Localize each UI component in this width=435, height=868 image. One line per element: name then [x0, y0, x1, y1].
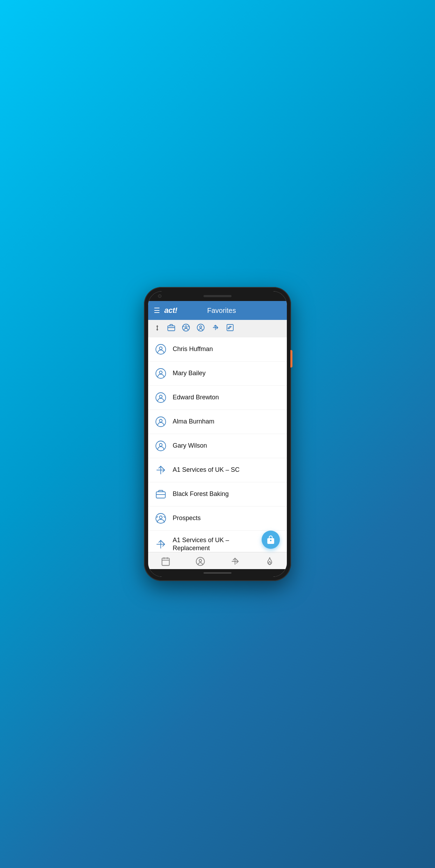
- briefcase-icon: [154, 488, 167, 500]
- calendar-nav-item[interactable]: [161, 556, 171, 566]
- item-label: Edward Brewton: [173, 393, 219, 401]
- svg-point-15: [159, 395, 162, 398]
- list-item[interactable]: Alma Burnham: [148, 410, 287, 434]
- opportunities-icon: [154, 538, 167, 551]
- group-filter-icon[interactable]: [182, 323, 190, 334]
- contact-icon: [154, 415, 167, 428]
- lock-fab-button[interactable]: [262, 531, 280, 549]
- svg-point-11: [159, 347, 162, 350]
- opportunities-nav-item[interactable]: [230, 556, 240, 566]
- list-item[interactable]: Edward Brewton: [148, 386, 287, 410]
- contact-icon: [154, 367, 167, 380]
- item-label: A1 Services of UK – SC: [173, 466, 240, 474]
- item-label: Chris Huffman: [173, 345, 213, 353]
- item-label: Gary Wilson: [173, 442, 207, 450]
- page-title: Favorites: [183, 307, 281, 315]
- contact-icon: [154, 391, 167, 404]
- opportunities-filter-icon[interactable]: [211, 323, 220, 334]
- svg-point-19: [159, 443, 162, 446]
- list-item[interactable]: Prospects: [148, 506, 287, 531]
- sort-icon[interactable]: [154, 324, 161, 333]
- group-icon: [154, 512, 167, 525]
- item-label: Alma Burnham: [173, 418, 214, 426]
- svg-point-5: [197, 324, 204, 331]
- svg-point-32: [196, 557, 204, 565]
- list-item[interactable]: Black Forest Baking: [148, 482, 287, 506]
- side-button: [290, 350, 292, 368]
- svg-point-17: [159, 419, 162, 422]
- svg-point-6: [200, 326, 202, 328]
- favorites-list: Chris Huffman Mary Bailey: [148, 337, 287, 552]
- phone-screen: ☰ act! Favorites: [148, 291, 287, 577]
- list-item[interactable]: A1 Services of UK – SC: [148, 458, 287, 482]
- hot-nav-item[interactable]: [265, 556, 275, 566]
- svg-rect-28: [162, 558, 169, 566]
- briefcase-filter-icon[interactable]: [167, 323, 175, 334]
- svg-point-3: [182, 324, 189, 331]
- phone-bottom-bar: [148, 569, 287, 577]
- svg-point-25: [159, 516, 162, 519]
- list-item[interactable]: Chris Huffman: [148, 337, 287, 362]
- bottom-nav: [148, 552, 287, 569]
- svg-point-33: [199, 559, 201, 562]
- contacts-nav-item[interactable]: [195, 556, 205, 566]
- item-label: Black Forest Baking: [173, 490, 229, 498]
- opportunities-icon: [154, 464, 167, 476]
- menu-button[interactable]: ☰: [154, 306, 160, 315]
- contact-filter-icon[interactable]: [196, 323, 205, 334]
- contact-icon: [154, 440, 167, 452]
- phone-frame: ☰ act! Favorites: [144, 287, 291, 581]
- act-logo: act!: [164, 306, 177, 315]
- filter-bar: [148, 320, 287, 337]
- camera: [158, 294, 161, 298]
- item-label: Mary Bailey: [173, 369, 206, 377]
- edit-filter-icon[interactable]: [226, 323, 234, 334]
- svg-rect-22: [156, 492, 165, 498]
- app-header: ☰ act! Favorites: [148, 301, 287, 320]
- svg-rect-1: [168, 326, 175, 331]
- item-label: Prospects: [173, 514, 201, 522]
- svg-point-4: [185, 326, 187, 328]
- list-item[interactable]: Gary Wilson: [148, 434, 287, 458]
- phone-top-bar: [148, 291, 287, 301]
- list-item[interactable]: Mary Bailey: [148, 362, 287, 386]
- speaker: [203, 295, 232, 297]
- item-label: A1 Services of UK –Replacement: [173, 536, 229, 552]
- svg-point-13: [159, 371, 162, 374]
- gesture-bar: [203, 572, 232, 574]
- contact-icon: [154, 343, 167, 356]
